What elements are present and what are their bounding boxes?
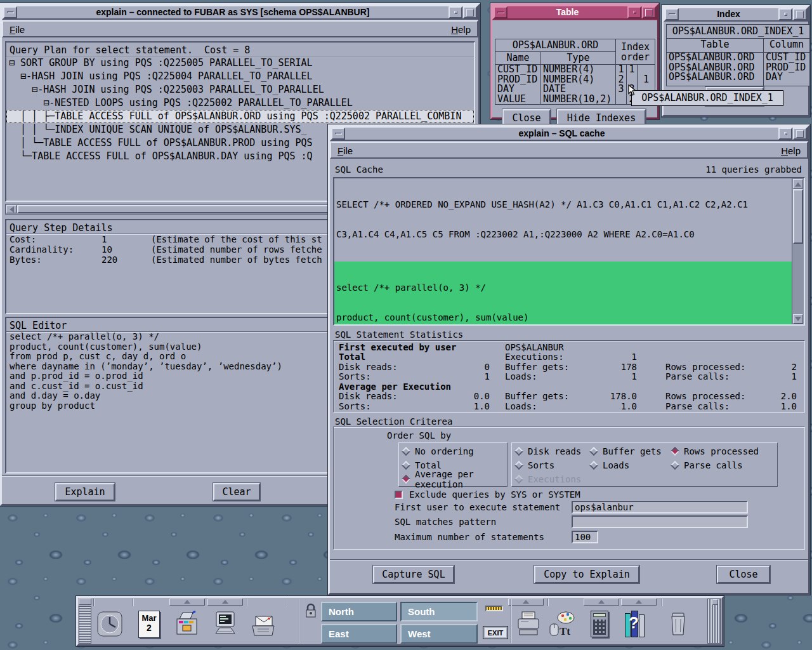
sql-cache-entry-selected[interactable]: select /*+ parallel(o, 3) */ product, co… <box>334 262 792 326</box>
file-menu[interactable]: File <box>3 22 31 37</box>
sql-cache-vertical-scrollbar[interactable] <box>792 178 804 324</box>
cache-close-button[interactable]: Close <box>717 566 770 583</box>
minimize-button[interactable] <box>778 128 792 140</box>
copy-to-explain-button[interactable]: Copy to Explain <box>534 566 639 583</box>
sql-cache-entry[interactable]: SELECT /*+ ORDERED NO_EXPAND USE_HASH(A2… <box>334 178 792 262</box>
scrollbar-thumb[interactable] <box>793 189 803 244</box>
minimize-button[interactable] <box>778 8 792 20</box>
stats-label: Buffer gets: <box>505 391 587 401</box>
panel-left-handle[interactable] <box>79 606 91 644</box>
slot-separator <box>662 599 663 606</box>
explain-button[interactable]: Explain <box>55 483 115 501</box>
radio-executions-disabled: Executions <box>516 474 581 485</box>
help-menu[interactable]: Help <box>445 22 477 37</box>
file-menu[interactable]: File <box>331 143 359 159</box>
mail-icon[interactable] <box>249 609 277 639</box>
radio-disk-reads[interactable]: Disk reads <box>516 446 581 457</box>
scroll-left-arrow[interactable] <box>6 205 16 213</box>
table-cell[interactable]: VALUE <box>495 95 540 105</box>
subpanel-tab-printer[interactable] <box>508 599 544 606</box>
left-arrow-icon <box>6 206 14 213</box>
clock-icon[interactable] <box>96 609 124 639</box>
lock-icon[interactable] <box>304 602 318 620</box>
index-column-values[interactable]: CUST_ID PROD_ID DAY <box>764 53 809 86</box>
up-arrow-icon <box>795 179 801 187</box>
plan-row-selected[interactable]: │ │ ├─TABLE ACCESS FULL of OPS$ALANBUR.O… <box>6 110 474 123</box>
capture-sql-button[interactable]: Capture SQL <box>373 566 454 583</box>
index-table-values[interactable]: OPS$ALANBUR.ORD OPS$ALANBUR.ORD OPS$ALAN… <box>667 53 764 86</box>
workspace-east-button[interactable]: East <box>321 624 397 644</box>
exit-button[interactable]: EXIT <box>483 626 508 639</box>
maximize-button[interactable] <box>463 6 477 18</box>
sql-cache-titlebar[interactable]: explain – SQL cache <box>330 126 808 141</box>
radio-label: Buffer gets <box>603 446 662 456</box>
checkbox-checked-icon[interactable] <box>395 491 403 499</box>
help-icon[interactable]: ? <box>622 609 650 639</box>
workspace-west-button[interactable]: West <box>400 624 478 644</box>
minimize-button[interactable] <box>449 6 462 18</box>
type-column-values[interactable]: NUMBER(4) NUMBER(4) DATE NUMBER(10,2) <box>541 65 616 104</box>
radio-diamond-icon <box>514 461 523 470</box>
first-user-input[interactable] <box>572 501 748 514</box>
maximize-button[interactable] <box>642 6 656 18</box>
stats-label: Executions: <box>505 352 587 362</box>
style-manager-icon[interactable]: Tt <box>547 609 575 639</box>
subpanel-tab-terminal[interactable] <box>207 599 243 606</box>
help-menu[interactable]: Help <box>775 143 807 159</box>
exclude-sys-checkbox-row[interactable]: Exclude queries by SYS or SYSTEM <box>395 489 580 500</box>
panel-minimize-button[interactable] <box>712 599 718 605</box>
window-menu-button[interactable] <box>3 6 17 18</box>
plan-row[interactable]: ⊟-NESTED LOOPS using PQS :Q225002 PARALL… <box>6 96 474 110</box>
scroll-up-arrow[interactable] <box>793 179 803 189</box>
workspace-north-button[interactable]: North <box>321 602 397 621</box>
file-manager-icon[interactable] <box>173 609 201 639</box>
minimize-button[interactable] <box>627 6 641 18</box>
calculator-icon[interactable] <box>586 609 613 639</box>
radio-buffer-gets[interactable]: Buffer gets <box>591 446 662 457</box>
subpanel-tab-calculator[interactable] <box>584 599 619 606</box>
sql-pattern-input[interactable] <box>572 515 748 528</box>
plan-row[interactable]: ⊟-HASH JOIN using PQS :Q225004 PARALLEL_… <box>6 70 474 83</box>
subpanel-tab-files[interactable] <box>169 599 205 606</box>
table-column-header[interactable]: Table <box>667 39 764 53</box>
plan-row[interactable]: ⊟ SORT GROUP BY using PQS :Q225005 PARAL… <box>6 56 474 70</box>
name-column-header[interactable]: Name <box>495 52 541 65</box>
scroll-down-arrow[interactable] <box>793 314 803 324</box>
panel-right-handle[interactable] <box>707 599 721 644</box>
radio-average-per-execution[interactable]: Average per execution <box>403 474 507 485</box>
index-titlebar[interactable]: Index <box>664 7 808 22</box>
radio-loads[interactable]: Loads <box>591 460 629 471</box>
workspace-south-button[interactable]: South <box>400 602 478 621</box>
clear-button[interactable]: Clear <box>213 483 260 501</box>
max-statements-input[interactable] <box>572 531 598 543</box>
printer-icon[interactable] <box>514 609 542 639</box>
column-column-header[interactable]: Column <box>764 39 809 53</box>
window-menu-button[interactable] <box>494 6 508 18</box>
window-menu-button[interactable] <box>665 8 679 20</box>
maximize-button[interactable] <box>793 128 807 140</box>
radio-parse-calls[interactable]: Parse calls <box>672 460 743 471</box>
terminal-icon[interactable] <box>211 609 239 639</box>
window-menu-button[interactable] <box>331 128 345 140</box>
subpanel-tab-help[interactable] <box>621 599 657 606</box>
sql-cache-list[interactable]: SELECT /*+ ORDERED NO_EXPAND USE_HASH(A2… <box>333 177 805 326</box>
sql-selection-criteria-title: SQL Selection Criterea <box>335 416 452 427</box>
radio-no-ordering[interactable]: No ordering <box>403 446 474 457</box>
radio-rows-processed[interactable]: Rows processed <box>672 446 759 457</box>
stats-label: Disk reads: <box>339 391 434 401</box>
panel-menu-handle[interactable] <box>79 599 91 605</box>
calendar-day: 2 <box>139 623 159 633</box>
desktop: explain – connected to FUBAR as SYS [sch… <box>0 0 812 650</box>
table-cell[interactable]: OPS$ALANBUR.ORD <box>667 72 763 83</box>
table-cell[interactable]: DAY <box>764 72 809 83</box>
radio-sorts[interactable]: Sorts <box>516 460 554 471</box>
explain-titlebar[interactable]: explain – connected to FUBAR as SYS [sch… <box>2 5 478 20</box>
plan-row[interactable]: ⊟-HASH JOIN using PQS :Q225003 PARALLEL_… <box>6 83 474 96</box>
table-titlebar[interactable]: Table <box>492 5 657 20</box>
trash-icon[interactable] <box>664 609 692 639</box>
calendar-icon[interactable]: Mar 2 <box>135 609 163 639</box>
type-column-header[interactable]: Type <box>541 52 616 65</box>
table-cell[interactable]: NUMBER(10,2) <box>541 95 615 105</box>
name-column-values[interactable]: CUST_ID PROD_ID DAY VALUE <box>495 65 541 104</box>
maximize-button[interactable] <box>793 8 807 20</box>
